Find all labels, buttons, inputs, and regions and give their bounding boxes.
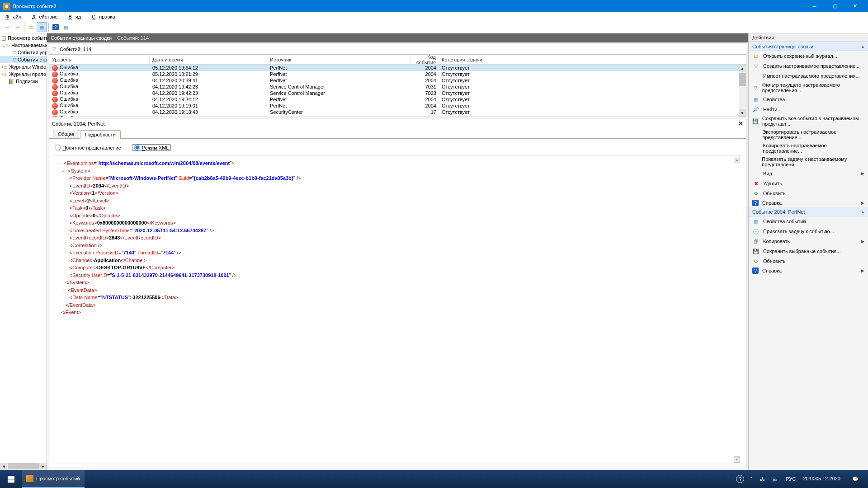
- tab-general[interactable]: Общие: [53, 130, 79, 138]
- tray-network-icon[interactable]: 🖧: [759, 470, 766, 488]
- actions-pane: Действия События страницы сводки▴ 🗁Откры…: [748, 33, 868, 470]
- actions-section-view[interactable]: События страницы сводки▴: [749, 42, 868, 51]
- action-import-custom-view[interactable]: Импорт настраиваемого представления...: [749, 71, 868, 81]
- app-icon: 📋: [3, 3, 10, 10]
- toolbar-show-tree[interactable]: 🗀: [26, 22, 36, 32]
- tree-root[interactable]: 📋Просмотр событий: [0, 34, 47, 42]
- action-attach-task-event[interactable]: 🕓Привязать задачу к событию...: [749, 226, 868, 236]
- event-row[interactable]: !Ошибка04.12.2020 19:08:50PerfNet2004Отс…: [49, 115, 746, 117]
- tree-app-logs[interactable]: ›🗀Журналы прило: [0, 70, 47, 78]
- maximize-button[interactable]: ▢: [825, 0, 845, 12]
- event-row[interactable]: !Ошибка05.12.2020 19:54:12PerfNet2004Отс…: [49, 65, 746, 71]
- action-refresh-event[interactable]: ⟳Обновить: [749, 256, 868, 266]
- action-attach-task-view[interactable]: Привязать задачу к настраиваемому предст…: [749, 155, 868, 169]
- col-category[interactable]: Категория задачи: [439, 55, 520, 64]
- back-button[interactable]: ⬅: [2, 22, 12, 32]
- toolbar-preview[interactable]: ▤: [37, 22, 47, 32]
- action-properties[interactable]: ▦Свойства: [749, 94, 868, 104]
- actions-title: Действия: [749, 33, 868, 42]
- tray-clock[interactable]: 20:0005.12.2020: [802, 470, 842, 488]
- events-list: !Ошибка05.12.2020 19:54:12PerfNet2004Отс…: [49, 65, 746, 117]
- menu-help[interactable]: Справка: [88, 13, 122, 20]
- filter-icon: ▽: [52, 46, 56, 52]
- tree-hscrollbar[interactable]: ◄►: [0, 463, 47, 470]
- tray-notifications-icon[interactable]: 💬: [846, 470, 864, 488]
- event-row[interactable]: !Ошибка04.12.2020 19:19:01PerfNet2004Отс…: [49, 103, 746, 109]
- event-row[interactable]: !Ошибка04.12.2020 20:39:41PerfNet2004Отс…: [49, 77, 746, 84]
- center-count: Событий: 114: [117, 35, 149, 41]
- action-copy[interactable]: 🗐Копировать▶: [749, 236, 868, 246]
- col-level[interactable]: Уровень: [49, 55, 150, 64]
- window-title: Просмотр событий: [13, 4, 804, 9]
- col-code[interactable]: Код события: [411, 55, 439, 64]
- menu-file[interactable]: Файл: [2, 13, 28, 20]
- action-open-saved-log[interactable]: 🗁Открыть сохраненный журнал...: [749, 51, 868, 61]
- taskbar-app[interactable]: Просмотр событий: [22, 470, 85, 488]
- filter-bar: ▽ Событий: 114: [49, 44, 746, 54]
- filter-count: Событий: 114: [60, 47, 91, 52]
- center-header: События страницы сводки Событий: 114: [47, 33, 748, 42]
- detail-body: Понятное представление Режим XML ▴▾ - <E…: [49, 138, 746, 468]
- event-row[interactable]: !Ошибка05.12.2020 18:21:29PerfNet2004Отс…: [49, 71, 746, 77]
- action-delete[interactable]: ✖Удалить: [749, 178, 868, 188]
- event-row[interactable]: !Ошибка04.12.2020 19:34:12PerfNet2004Отс…: [49, 96, 746, 103]
- action-help[interactable]: ?Справка▶: [749, 198, 868, 207]
- action-refresh[interactable]: ⟳Обновить: [749, 188, 868, 198]
- tree-custom-admin[interactable]: ▽События упр: [0, 49, 47, 56]
- minimize-button[interactable]: ─: [804, 0, 825, 12]
- toolbar-help[interactable]: ?: [51, 22, 61, 32]
- navigation-tree: 📋Просмотр событий ⌄🗀Настраиваемые ▽Событ…: [0, 33, 47, 470]
- taskbar-app-label: Просмотр событий: [36, 476, 80, 481]
- event-row[interactable]: !Ошибка04.12.2020 19:42:23Service Contro…: [49, 90, 746, 96]
- tree-custom-summary[interactable]: ▽События стр: [0, 56, 47, 63]
- action-view-submenu[interactable]: Вид▶: [749, 169, 868, 178]
- event-row[interactable]: !Ошибка04.12.2020 19:13:43SecurityCenter…: [49, 109, 746, 115]
- center-heading: События страницы сводки: [51, 35, 112, 41]
- radio-friendly[interactable]: Понятное представление: [55, 144, 121, 151]
- toolbar: ⬅ ➡ 🗀 ▤ ? ▦: [0, 21, 868, 33]
- events-vscrollbar[interactable]: ▲▼: [739, 65, 746, 117]
- detail-close-button[interactable]: ✕: [738, 120, 743, 127]
- detail-header: Событие 2004, PerfNet ✕: [49, 119, 746, 128]
- detail-title: Событие 2004, PerfNet: [52, 121, 738, 127]
- detail-tabs: Общие Подробности: [49, 128, 746, 138]
- tray-volume-icon[interactable]: 🔈: [771, 470, 780, 488]
- start-button[interactable]: [0, 470, 22, 488]
- action-export-view[interactable]: Экспортировать настраиваемое представлен…: [749, 128, 868, 141]
- actions-section-event[interactable]: Событие 2004, PerfNet▴: [749, 207, 868, 216]
- col-date[interactable]: Дата и время: [150, 55, 267, 64]
- menubar: Файл Действие Вид Справка: [0, 12, 868, 21]
- tree-subscriptions[interactable]: 📗Подписки: [0, 78, 47, 85]
- action-create-custom-view[interactable]: ▽Создать настраиваемое представление...: [749, 61, 868, 71]
- action-find[interactable]: 🔎Найти...: [749, 104, 868, 114]
- menu-action[interactable]: Действие: [28, 13, 65, 20]
- action-event-properties[interactable]: ▦Свойства событий: [749, 216, 868, 226]
- action-copy-view[interactable]: Копировать настраиваемое представление..…: [749, 141, 868, 155]
- toolbar-properties[interactable]: ▦: [61, 22, 71, 32]
- col-source[interactable]: Источник: [267, 55, 411, 64]
- forward-button[interactable]: ➡: [12, 22, 22, 32]
- tab-details[interactable]: Подробности: [80, 130, 121, 139]
- close-button[interactable]: ✕: [845, 0, 865, 12]
- taskbar-app-icon: [26, 475, 33, 482]
- menu-view[interactable]: Вид: [65, 13, 88, 20]
- action-save-all-events[interactable]: 💾Сохранить все события в настраиваемом п…: [749, 114, 868, 128]
- tree-custom-views[interactable]: ⌄🗀Настраиваемые: [0, 42, 47, 49]
- xml-vscrollbar[interactable]: ▴▾: [734, 157, 741, 463]
- tray-chevron-icon[interactable]: ˄: [749, 470, 754, 488]
- action-filter-current-view[interactable]: ▽Фильтр текущего настраиваемого представ…: [749, 81, 868, 94]
- action-help-event[interactable]: ?Справка▶: [749, 266, 868, 275]
- tray-language[interactable]: РУС: [784, 470, 797, 488]
- window-titlebar: 📋 Просмотр событий ─ ▢ ✕: [0, 0, 868, 12]
- events-header: Уровень Дата и время Источник Код событи…: [49, 55, 746, 65]
- radio-xml[interactable]: Режим XML: [132, 144, 171, 151]
- tray-help-icon[interactable]: ?: [736, 475, 744, 483]
- tree-windows-logs[interactable]: ›🗀Журналы Windo: [0, 63, 47, 70]
- action-save-selected[interactable]: 💾Сохранить выбранные события...: [749, 246, 868, 256]
- event-row[interactable]: !Ошибка04.12.2020 19:42:23Service Contro…: [49, 84, 746, 90]
- taskbar: Просмотр событий ? ˄ 🖧 🔈 РУС 20:0005.12.…: [0, 470, 868, 488]
- xml-view: ▴▾ - <Event xmlns="http://schemas.micros…: [53, 155, 742, 464]
